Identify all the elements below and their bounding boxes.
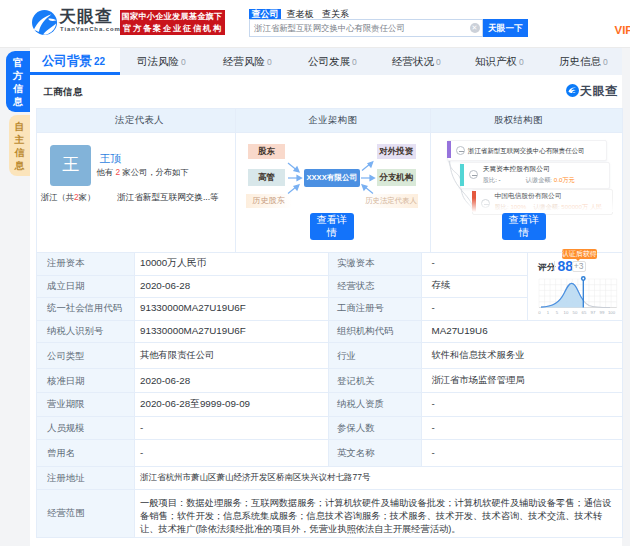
svg-text:50: 50	[573, 310, 578, 315]
svg-text:97: 97	[591, 310, 596, 315]
svg-text:65: 65	[582, 310, 587, 315]
svg-text:5: 5	[556, 310, 559, 315]
svg-text:10: 10	[564, 310, 569, 315]
svg-text:1: 1	[547, 310, 550, 315]
svg-text:0: 0	[538, 310, 541, 315]
svg-text:99: 99	[600, 310, 605, 315]
svg-text:100: 100	[608, 310, 616, 315]
